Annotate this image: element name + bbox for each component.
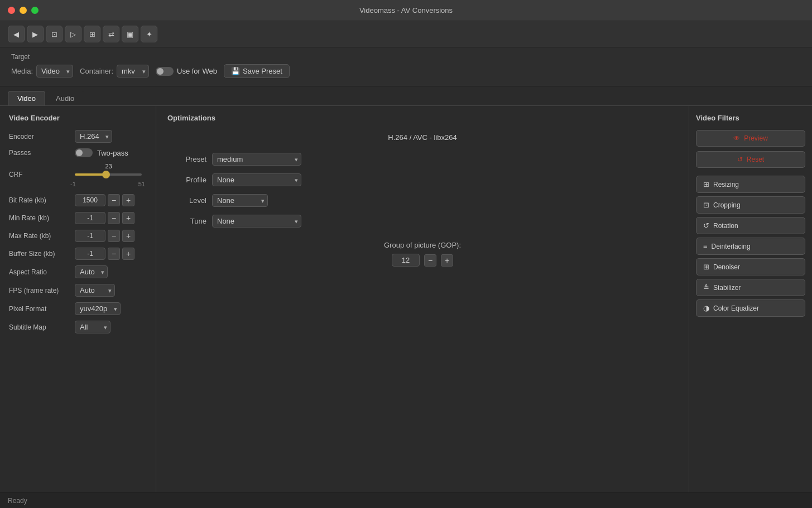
media-group: Media: Video Audio: [11, 65, 73, 78]
media-select-wrapper[interactable]: Video Audio: [36, 65, 73, 78]
back-btn[interactable]: ◀: [8, 26, 25, 42]
deinterlacing-button[interactable]: ≡ Deinterlacing: [696, 238, 805, 255]
forward-btn[interactable]: ▶: [27, 26, 44, 42]
min-rate-label: Min Rate (kb): [9, 214, 70, 222]
tab-audio[interactable]: Audio: [46, 91, 84, 105]
buffer-size-increase[interactable]: +: [122, 248, 134, 260]
maximize-btn[interactable]: [31, 7, 39, 14]
target-controls: Media: Video Audio Container: mkv mp4 av…: [11, 64, 801, 78]
encoder-select-wrapper[interactable]: H.264 H.265 VP9 AV1: [75, 130, 112, 143]
profile-select-wrapper[interactable]: None baseline main high: [212, 173, 301, 186]
subtitle-map-select-wrapper[interactable]: All None 0: [75, 321, 110, 333]
tune-label: Tune: [167, 217, 206, 225]
reset-button[interactable]: ↺ Reset: [696, 151, 805, 168]
passes-toggle[interactable]: [75, 148, 93, 157]
tune-select-wrapper[interactable]: None film animation grain stillimage fas…: [212, 215, 301, 228]
optimizations-title: Optimizations: [167, 114, 678, 122]
max-rate-increase[interactable]: +: [122, 230, 134, 242]
preset-label: Preset: [167, 155, 206, 163]
min-rate-input[interactable]: [75, 212, 105, 224]
stop-btn[interactable]: ▣: [122, 26, 138, 42]
fps-select[interactable]: Auto 23.976 24 25 29.97 30 60: [75, 284, 115, 297]
fps-row: FPS (frame rate) Auto 23.976 24 25 29.97…: [9, 284, 147, 297]
status-text: Ready: [8, 497, 27, 505]
aspect-ratio-label: Aspect Ratio: [9, 268, 70, 276]
container-select-wrapper[interactable]: mkv mp4 avi mov: [117, 65, 149, 78]
encoder-select[interactable]: H.264 H.265 VP9 AV1: [75, 130, 112, 143]
tab-video[interactable]: Video: [8, 91, 45, 105]
close-btn[interactable]: [8, 7, 15, 14]
aspect-ratio-select-wrapper[interactable]: Auto 16:9 4:3 1:1: [75, 265, 108, 278]
rotation-button[interactable]: ↺ Rotation: [696, 217, 805, 234]
window-controls[interactable]: [8, 7, 39, 14]
minimize-btn[interactable]: [20, 7, 27, 14]
bit-rate-decrease[interactable]: −: [108, 194, 120, 206]
max-rate-row: Max Rate (kb) − +: [9, 230, 147, 242]
subtitle-map-select[interactable]: All None 0: [75, 321, 110, 333]
deinterlacing-label: Deinterlacing: [712, 243, 751, 250]
home-btn[interactable]: ⊡: [46, 26, 63, 42]
crf-min: -1: [70, 181, 76, 187]
container-group: Container: mkv mp4 avi mov: [80, 65, 149, 78]
titlebar: Videomass - AV Conversions: [0, 0, 812, 21]
bit-rate-input[interactable]: [75, 194, 105, 206]
reset-label: Reset: [747, 156, 764, 163]
level-row: Level None 3.0 3.1 4.0 4.1 5.0: [167, 194, 678, 207]
bit-rate-increase[interactable]: +: [122, 194, 134, 206]
preset-select[interactable]: ultrafast superfast veryfast faster fast…: [212, 153, 301, 166]
cropping-button[interactable]: ⊡ Cropping: [696, 196, 805, 214]
video-encoder-panel: Video Encoder Encoder H.264 H.265 VP9 AV…: [0, 106, 156, 492]
media-select[interactable]: Video Audio: [36, 65, 73, 78]
gop-increase[interactable]: +: [441, 254, 453, 267]
min-rate-row: Min Rate (kb) − +: [9, 212, 147, 224]
pixel-format-row: Pixel Format yuv420p yuv422p yuv444p: [9, 302, 147, 315]
passes-toggle-group: Two-pass: [75, 148, 128, 157]
fps-select-wrapper[interactable]: Auto 23.976 24 25 29.97 30 60: [75, 284, 115, 297]
profile-select[interactable]: None baseline main high: [212, 173, 301, 186]
max-rate-decrease[interactable]: −: [108, 230, 120, 242]
buffer-size-decrease[interactable]: −: [108, 248, 120, 260]
crf-slider[interactable]: [75, 173, 142, 176]
settings-btn[interactable]: ✦: [141, 26, 157, 42]
stabilizer-button[interactable]: ≜ Stabilizer: [696, 279, 805, 296]
tune-select[interactable]: None film animation grain stillimage fas…: [212, 215, 301, 228]
pixel-format-select[interactable]: yuv420p yuv422p yuv444p: [75, 302, 121, 315]
color-equalizer-button[interactable]: ◑ Color Equalizer: [696, 299, 805, 317]
denoiser-button[interactable]: ⊞ Denoiser: [696, 258, 805, 275]
view-btn[interactable]: ⊞: [84, 26, 100, 42]
crf-label: CRF: [9, 171, 70, 178]
resizing-button[interactable]: ⊞ Resizing: [696, 176, 805, 193]
max-rate-input[interactable]: [75, 230, 105, 242]
deinterlacing-icon: ≡: [703, 242, 708, 250]
min-rate-increase[interactable]: +: [122, 212, 134, 224]
gop-input[interactable]: [392, 254, 420, 267]
pixel-format-select-wrapper[interactable]: yuv420p yuv422p yuv444p: [75, 302, 121, 315]
cropping-icon: ⊡: [703, 201, 709, 209]
rotation-label: Rotation: [713, 222, 738, 230]
gop-decrease[interactable]: −: [424, 254, 436, 267]
passes-knob: [76, 149, 83, 156]
color-equalizer-label: Color Equalizer: [713, 304, 759, 312]
level-select[interactable]: None 3.0 3.1 4.0 4.1 5.0: [212, 194, 268, 207]
convert-btn[interactable]: ⇄: [103, 26, 119, 42]
stabilizer-icon: ≜: [703, 283, 709, 292]
reset-icon: ↺: [737, 156, 743, 163]
preset-select-wrapper[interactable]: ultrafast superfast veryfast faster fast…: [212, 153, 301, 166]
buffer-size-controls: − +: [75, 248, 134, 260]
buffer-size-input[interactable]: [75, 248, 105, 260]
preview-button[interactable]: 👁 Preview: [696, 130, 805, 147]
fps-label: FPS (frame rate): [9, 287, 70, 294]
use-for-web-toggle[interactable]: [156, 67, 174, 76]
crf-max: 51: [138, 181, 145, 187]
window-title: Videomass - AV Conversions: [359, 6, 453, 14]
min-rate-decrease[interactable]: −: [108, 212, 120, 224]
gop-section: Group of picture (GOP): − +: [167, 241, 678, 267]
passes-label: Passes: [9, 149, 70, 157]
passes-toggle-label: Two-pass: [97, 149, 128, 157]
play-btn[interactable]: ▷: [65, 26, 81, 42]
container-select[interactable]: mkv mp4 avi mov: [117, 65, 149, 78]
max-rate-label: Max Rate (kb): [9, 232, 70, 240]
aspect-ratio-select[interactable]: Auto 16:9 4:3 1:1: [75, 265, 108, 278]
level-select-wrapper[interactable]: None 3.0 3.1 4.0 4.1 5.0: [212, 194, 268, 207]
save-preset-button[interactable]: 💾 Save Preset: [224, 64, 290, 78]
